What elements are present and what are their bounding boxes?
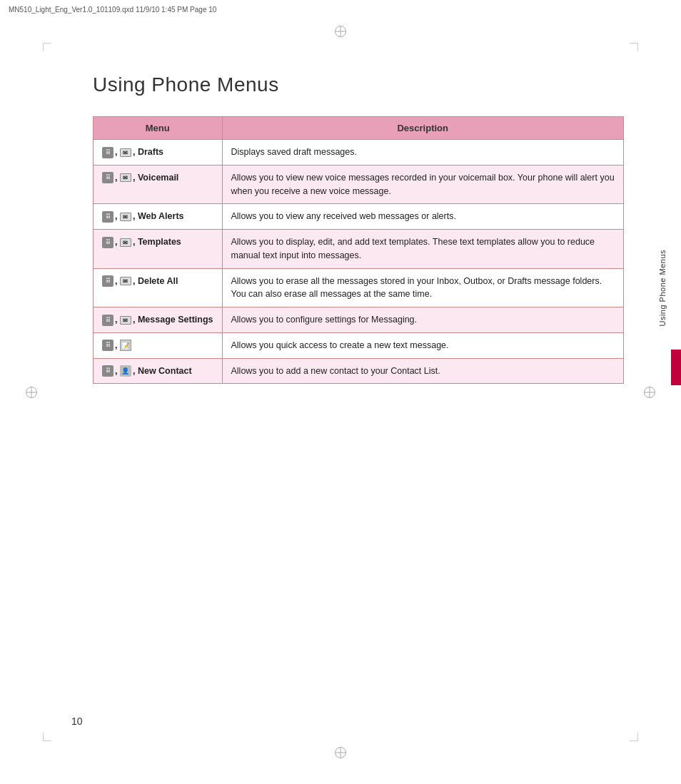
- icon-note: 📝: [120, 340, 131, 351]
- col-header-menu: Menu: [94, 117, 223, 140]
- description-cell: Allows you to view new voice messages re…: [222, 165, 624, 204]
- icon-grid: ⠿: [102, 237, 113, 248]
- menu-cell: ⠿, ✉, Voicemail: [94, 165, 223, 204]
- table-row: ⠿, ✉, DraftsDisplays saved draft message…: [94, 140, 624, 166]
- menu-cell: ⠿, 👤, New Contact: [94, 358, 223, 384]
- menu-cell: ⠿, ✉, Drafts: [94, 140, 223, 166]
- header-line: MN510_Light_Eng_Ver1.0_101109.qxd 11/9/1…: [0, 0, 681, 16]
- corner-mark-br: [630, 733, 638, 741]
- description-cell: Allows you quick access to create a new …: [222, 332, 624, 358]
- icon-envelope: ✉: [120, 316, 131, 325]
- menu-cell: ⠿, ✉, Message Settings: [94, 307, 223, 333]
- corner-mark-tr: [630, 43, 638, 51]
- crosshair-left: [26, 387, 37, 398]
- description-cell: Allows you to erase all the messages sto…: [222, 268, 624, 307]
- icon-envelope: ✉: [120, 277, 131, 285]
- description-cell: Allows you to view any received web mess…: [222, 204, 624, 230]
- corner-mark-bl: [43, 733, 51, 741]
- icon-grid: ⠿: [102, 365, 113, 377]
- header-text: MN510_Light_Eng_Ver1.0_101109.qxd 11/9/1…: [9, 6, 216, 14]
- menu-cell: ⠿, ✉, Web Alerts: [94, 204, 223, 230]
- icon-envelope: ✉: [120, 213, 131, 221]
- crosshair-bottom: [335, 747, 346, 758]
- icon-envelope: ✉: [120, 238, 131, 247]
- icon-envelope: ✉: [120, 173, 131, 182]
- table-row: ⠿, ✉, TemplatesAllows you to display, ed…: [94, 230, 624, 269]
- sidebar-accent-bar: [671, 350, 681, 385]
- table-row: ⠿, ✉, Delete AllAllows you to erase all …: [94, 268, 624, 307]
- menu-cell: ⠿, ✉, Delete All: [94, 268, 223, 307]
- icon-grid: ⠿: [102, 275, 113, 287]
- icon-envelope: ✉: [120, 148, 131, 157]
- description-cell: Allows you to add a new contact to your …: [222, 358, 624, 384]
- corner-mark-tl: [43, 43, 51, 51]
- icon-grid: ⠿: [102, 340, 113, 351]
- table-row: ⠿, 👤, New ContactAllows you to add a new…: [94, 358, 624, 384]
- table-row: ⠿, 📝Allows you quick access to create a …: [94, 332, 624, 358]
- icon-grid: ⠿: [102, 211, 113, 223]
- icon-grid: ⠿: [102, 315, 113, 326]
- menu-table: Menu Description ⠿, ✉, DraftsDisplays sa…: [93, 116, 624, 384]
- col-header-description: Description: [222, 117, 624, 140]
- menu-cell: ⠿, 📝: [94, 332, 223, 358]
- icon-person: 👤: [120, 365, 131, 377]
- description-cell: Displays saved draft messages.: [222, 140, 624, 166]
- description-cell: Allows you to configure settings for Mes…: [222, 307, 624, 333]
- icon-grid: ⠿: [102, 172, 113, 183]
- icon-grid: ⠿: [102, 147, 113, 158]
- page-title: Using Phone Menus: [93, 73, 624, 96]
- menu-cell: ⠿, ✉, Templates: [94, 230, 223, 269]
- table-row: ⠿, ✉, VoicemailAllows you to view new vo…: [94, 165, 624, 204]
- crosshair-right: [644, 387, 655, 398]
- crosshair-top: [335, 26, 346, 37]
- sidebar-label: Using Phone Menus: [658, 250, 667, 327]
- table-row: ⠿, ✉, Web AlertsAllows you to view any r…: [94, 204, 624, 230]
- table-row: ⠿, ✉, Message SettingsAllows you to conf…: [94, 307, 624, 333]
- main-content: Using Phone Menus Menu Description ⠿, ✉,…: [93, 16, 624, 384]
- page-number: 10: [71, 716, 83, 727]
- description-cell: Allows you to display, edit, and add tex…: [222, 230, 624, 269]
